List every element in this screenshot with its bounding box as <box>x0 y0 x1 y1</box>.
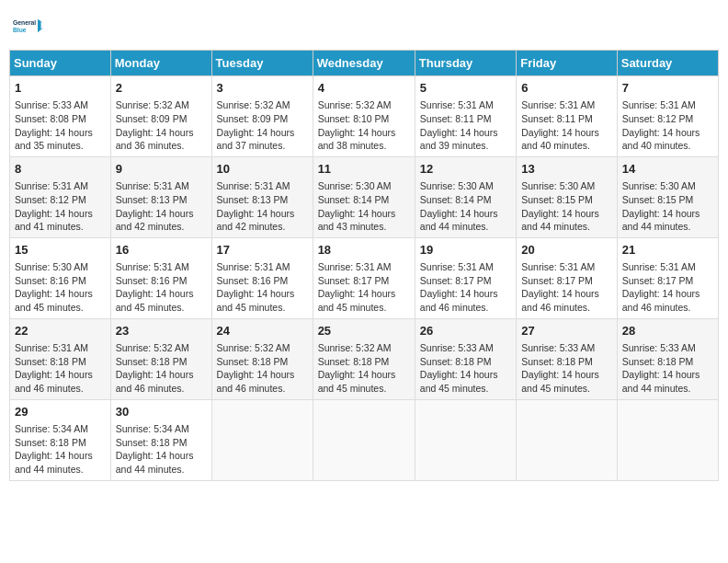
day-info: Sunrise: 5:31 AM Sunset: 8:17 PM Dayligh… <box>318 260 410 315</box>
day-cell <box>313 399 415 480</box>
day-info: Sunrise: 5:30 AM Sunset: 8:14 PM Dayligh… <box>420 179 511 234</box>
day-cell: 23Sunrise: 5:32 AM Sunset: 8:18 PM Dayli… <box>110 318 211 399</box>
day-cell: 18Sunrise: 5:31 AM Sunset: 8:17 PM Dayli… <box>313 237 415 318</box>
day-cell: 12Sunrise: 5:30 AM Sunset: 8:14 PM Dayli… <box>415 156 516 237</box>
day-cell <box>415 399 516 480</box>
day-info: Sunrise: 5:32 AM Sunset: 8:10 PM Dayligh… <box>318 98 410 153</box>
day-info: Sunrise: 5:31 AM Sunset: 8:13 PM Dayligh… <box>116 179 207 234</box>
day-cell: 17Sunrise: 5:31 AM Sunset: 8:16 PM Dayli… <box>211 237 313 318</box>
day-number: 27 <box>521 323 612 339</box>
day-cell: 24Sunrise: 5:32 AM Sunset: 8:18 PM Dayli… <box>211 318 313 399</box>
day-cell: 10Sunrise: 5:31 AM Sunset: 8:13 PM Dayli… <box>211 156 313 237</box>
day-info: Sunrise: 5:34 AM Sunset: 8:18 PM Dayligh… <box>15 422 106 477</box>
day-cell: 5Sunrise: 5:31 AM Sunset: 8:11 PM Daylig… <box>415 76 516 157</box>
day-number: 17 <box>217 242 308 259</box>
col-header-monday: Monday <box>110 51 211 76</box>
day-number: 11 <box>318 161 410 178</box>
day-cell: 7Sunrise: 5:31 AM Sunset: 8:12 PM Daylig… <box>617 76 718 157</box>
page-header: GeneralBlue <box>9 9 719 42</box>
week-row-4: 22Sunrise: 5:31 AM Sunset: 8:18 PM Dayli… <box>10 318 719 399</box>
day-cell: 22Sunrise: 5:31 AM Sunset: 8:18 PM Dayli… <box>10 318 111 399</box>
day-number: 12 <box>420 161 511 178</box>
day-cell: 20Sunrise: 5:31 AM Sunset: 8:17 PM Dayli… <box>517 237 618 318</box>
day-number: 29 <box>15 404 106 420</box>
day-cell: 28Sunrise: 5:33 AM Sunset: 8:18 PM Dayli… <box>617 318 718 399</box>
calendar-table: SundayMondayTuesdayWednesdayThursdayFrid… <box>9 50 719 481</box>
day-number: 1 <box>15 80 106 97</box>
col-header-friday: Friday <box>517 51 618 76</box>
col-header-thursday: Thursday <box>415 51 516 76</box>
col-header-tuesday: Tuesday <box>211 51 313 76</box>
day-number: 15 <box>15 242 106 259</box>
day-number: 6 <box>521 80 612 97</box>
week-row-2: 8Sunrise: 5:31 AM Sunset: 8:12 PM Daylig… <box>10 156 719 237</box>
day-info: Sunrise: 5:33 AM Sunset: 8:18 PM Dayligh… <box>622 341 713 396</box>
day-info: Sunrise: 5:31 AM Sunset: 8:16 PM Dayligh… <box>217 260 308 315</box>
day-info: Sunrise: 5:33 AM Sunset: 8:18 PM Dayligh… <box>521 341 612 396</box>
day-info: Sunrise: 5:31 AM Sunset: 8:11 PM Dayligh… <box>420 98 511 153</box>
logo-icon: GeneralBlue <box>13 9 46 42</box>
day-number: 7 <box>622 80 713 97</box>
day-info: Sunrise: 5:34 AM Sunset: 8:18 PM Dayligh… <box>116 422 207 477</box>
week-row-5: 29Sunrise: 5:34 AM Sunset: 8:18 PM Dayli… <box>10 399 719 480</box>
day-number: 4 <box>318 80 410 97</box>
svg-text:General: General <box>13 19 36 26</box>
day-info: Sunrise: 5:30 AM Sunset: 8:16 PM Dayligh… <box>15 260 106 315</box>
day-number: 24 <box>217 323 308 339</box>
day-cell: 19Sunrise: 5:31 AM Sunset: 8:17 PM Dayli… <box>415 237 516 318</box>
day-info: Sunrise: 5:31 AM Sunset: 8:17 PM Dayligh… <box>622 260 713 315</box>
day-number: 18 <box>318 242 410 259</box>
day-info: Sunrise: 5:31 AM Sunset: 8:12 PM Dayligh… <box>15 179 106 234</box>
day-cell: 8Sunrise: 5:31 AM Sunset: 8:12 PM Daylig… <box>10 156 111 237</box>
svg-marker-2 <box>38 19 44 32</box>
logo: GeneralBlue <box>13 9 46 42</box>
week-row-3: 15Sunrise: 5:30 AM Sunset: 8:16 PM Dayli… <box>10 237 719 318</box>
day-number: 30 <box>116 404 207 420</box>
day-info: Sunrise: 5:33 AM Sunset: 8:08 PM Dayligh… <box>15 98 106 153</box>
day-number: 16 <box>116 242 207 259</box>
day-info: Sunrise: 5:32 AM Sunset: 8:09 PM Dayligh… <box>217 98 308 153</box>
day-number: 13 <box>521 161 612 178</box>
day-number: 28 <box>622 323 713 339</box>
day-number: 23 <box>116 323 207 339</box>
day-number: 21 <box>622 242 713 259</box>
day-number: 20 <box>521 242 612 259</box>
day-info: Sunrise: 5:30 AM Sunset: 8:14 PM Dayligh… <box>318 179 410 234</box>
day-number: 9 <box>116 161 207 178</box>
day-info: Sunrise: 5:31 AM Sunset: 8:17 PM Dayligh… <box>420 260 511 315</box>
day-cell: 21Sunrise: 5:31 AM Sunset: 8:17 PM Dayli… <box>617 237 718 318</box>
svg-text:Blue: Blue <box>13 27 27 33</box>
day-number: 19 <box>420 242 511 259</box>
day-cell: 13Sunrise: 5:30 AM Sunset: 8:15 PM Dayli… <box>517 156 618 237</box>
day-info: Sunrise: 5:33 AM Sunset: 8:18 PM Dayligh… <box>420 341 511 396</box>
day-cell: 1Sunrise: 5:33 AM Sunset: 8:08 PM Daylig… <box>10 76 111 157</box>
calendar-body: 1Sunrise: 5:33 AM Sunset: 8:08 PM Daylig… <box>10 76 719 481</box>
day-info: Sunrise: 5:32 AM Sunset: 8:18 PM Dayligh… <box>217 341 308 396</box>
day-info: Sunrise: 5:32 AM Sunset: 8:18 PM Dayligh… <box>318 341 410 396</box>
day-number: 3 <box>217 80 308 97</box>
day-cell <box>617 399 718 480</box>
day-cell: 4Sunrise: 5:32 AM Sunset: 8:10 PM Daylig… <box>313 76 415 157</box>
day-number: 10 <box>217 161 308 178</box>
day-info: Sunrise: 5:31 AM Sunset: 8:11 PM Dayligh… <box>521 98 612 153</box>
day-info: Sunrise: 5:31 AM Sunset: 8:13 PM Dayligh… <box>217 179 308 234</box>
day-info: Sunrise: 5:31 AM Sunset: 8:18 PM Dayligh… <box>15 341 106 396</box>
day-info: Sunrise: 5:31 AM Sunset: 8:12 PM Dayligh… <box>622 98 713 153</box>
day-cell: 16Sunrise: 5:31 AM Sunset: 8:16 PM Dayli… <box>110 237 211 318</box>
calendar-header-row: SundayMondayTuesdayWednesdayThursdayFrid… <box>10 51 719 76</box>
day-number: 25 <box>318 323 410 339</box>
day-cell <box>211 399 313 480</box>
day-info: Sunrise: 5:32 AM Sunset: 8:09 PM Dayligh… <box>116 98 207 153</box>
day-cell: 26Sunrise: 5:33 AM Sunset: 8:18 PM Dayli… <box>415 318 516 399</box>
day-number: 2 <box>116 80 207 97</box>
day-number: 5 <box>420 80 511 97</box>
day-cell: 27Sunrise: 5:33 AM Sunset: 8:18 PM Dayli… <box>517 318 618 399</box>
day-cell: 9Sunrise: 5:31 AM Sunset: 8:13 PM Daylig… <box>110 156 211 237</box>
day-cell: 11Sunrise: 5:30 AM Sunset: 8:14 PM Dayli… <box>313 156 415 237</box>
day-cell: 2Sunrise: 5:32 AM Sunset: 8:09 PM Daylig… <box>110 76 211 157</box>
day-info: Sunrise: 5:30 AM Sunset: 8:15 PM Dayligh… <box>622 179 713 234</box>
day-info: Sunrise: 5:30 AM Sunset: 8:15 PM Dayligh… <box>521 179 612 234</box>
day-number: 8 <box>15 161 106 178</box>
day-cell: 3Sunrise: 5:32 AM Sunset: 8:09 PM Daylig… <box>211 76 313 157</box>
col-header-sunday: Sunday <box>10 51 111 76</box>
